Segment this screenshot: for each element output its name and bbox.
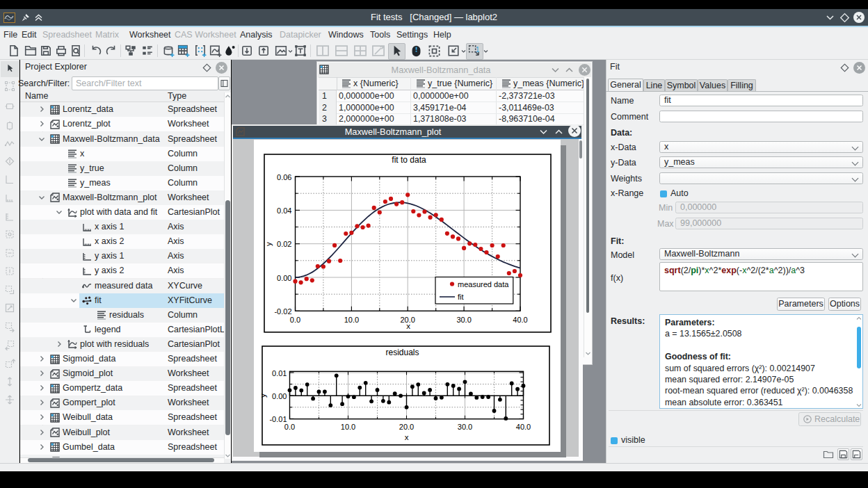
svg-text:0.0: 0.0 — [290, 316, 300, 324]
svg-text:0.01: 0.01 — [272, 369, 287, 377]
svg-text:40.0: 40.0 — [513, 316, 527, 324]
svg-text:10.0: 10.0 — [344, 316, 359, 324]
svg-text:fit to data: fit to data — [392, 155, 426, 165]
svg-text:0.02: 0.02 — [277, 240, 291, 248]
svg-text:1: 1 — [476, 46, 480, 54]
svg-text:10.0: 10.0 — [341, 423, 355, 431]
svg-text:0.0: 0.0 — [284, 423, 295, 431]
svg-text:30.0: 30.0 — [458, 423, 472, 431]
svg-text:y: y — [259, 393, 267, 398]
svg-text:x: x — [406, 322, 410, 330]
svg-text:x: x — [405, 433, 409, 441]
svg-text:y: y — [264, 242, 273, 246]
svg-text:-0.02: -0.02 — [274, 307, 291, 316]
svg-text:20.0: 20.0 — [399, 423, 414, 431]
svg-text:0.00: 0.00 — [272, 392, 287, 400]
svg-text:40.0: 40.0 — [516, 423, 531, 431]
svg-text:fit: fit — [458, 293, 464, 301]
svg-text:0.00: 0.00 — [277, 274, 291, 282]
svg-text:30.0: 30.0 — [456, 316, 471, 324]
svg-text:measured data: measured data — [458, 280, 509, 288]
svg-text:residuals: residuals — [385, 348, 419, 357]
svg-text:0.06: 0.06 — [277, 173, 291, 181]
svg-text:0.04: 0.04 — [277, 206, 291, 215]
